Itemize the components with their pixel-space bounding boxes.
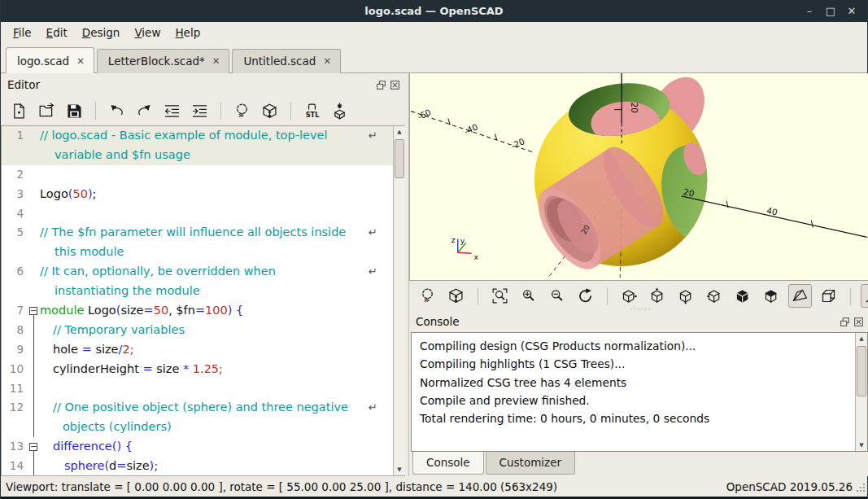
- code-row[interactable]: 8// Temporary variables: [2, 321, 393, 340]
- float-panel-icon[interactable]: [376, 80, 386, 90]
- line-number: [2, 146, 28, 165]
- toolbar-separator: [607, 287, 608, 305]
- open-button[interactable]: [35, 99, 59, 123]
- save-button[interactable]: [63, 99, 86, 123]
- scroll-up-icon[interactable]: ▲: [856, 333, 867, 344]
- perspective-button[interactable]: [788, 284, 812, 308]
- view-left-button[interactable]: [703, 284, 726, 308]
- line-number: 7: [2, 301, 28, 321]
- fold-margin[interactable]: −: [28, 301, 40, 321]
- 3d-viewport[interactable]: -60 -40 -20: [409, 73, 868, 281]
- version-text: OpenSCAD 2019.05.26: [726, 480, 864, 493]
- scroll-up-icon[interactable]: ▲: [394, 126, 405, 138]
- view-bottom-button[interactable]: [674, 284, 698, 308]
- line-number: 1: [2, 126, 28, 146]
- close-button[interactable]: ✕: [843, 5, 861, 17]
- float-panel-icon[interactable]: [840, 317, 850, 327]
- menu-view[interactable]: View: [127, 24, 168, 42]
- code-row[interactable]: this module: [2, 243, 393, 262]
- tab-letterblock-scad-[interactable]: LetterBlock.scad*✕: [97, 49, 230, 73]
- menu-edit[interactable]: Edit: [39, 24, 75, 42]
- close-panel-icon[interactable]: [390, 80, 400, 90]
- view-front-button[interactable]: [731, 284, 755, 308]
- code-row[interactable]: 13−difference() {: [2, 437, 393, 457]
- code-text: [40, 204, 393, 224]
- zoom-all-button[interactable]: [488, 284, 512, 308]
- undo-icon: [108, 103, 125, 120]
- code-row[interactable]: variable and $fn usage: [2, 146, 393, 165]
- window-controls: – □ ✕: [800, 5, 867, 17]
- tab-close-icon[interactable]: ✕: [323, 55, 331, 67]
- zoom-out-button[interactable]: [545, 284, 569, 308]
- line-wrap-icon: ↵: [369, 126, 377, 146]
- tab-untitled-scad[interactable]: Untitled.scad✕: [232, 49, 341, 73]
- code-row[interactable]: 6// It can, optionally, be overridden wh…: [2, 262, 393, 282]
- line-number: 5: [2, 223, 28, 243]
- orthogonal-icon: [820, 287, 837, 304]
- tab-logo-scad[interactable]: logo.scad✕: [6, 47, 94, 73]
- tab-label: LetterBlock.scad*: [108, 55, 205, 68]
- tab-label: Untitled.scad: [243, 55, 316, 68]
- code-row[interactable]: 5// The $fn parameter will influence all…: [2, 223, 393, 243]
- fold-margin: [28, 262, 40, 282]
- preview-button[interactable]: »: [230, 99, 254, 123]
- redo-button[interactable]: [133, 99, 156, 123]
- scroll-down-icon[interactable]: ▼: [394, 464, 405, 475]
- code-row[interactable]: 4: [2, 204, 393, 224]
- new-file-button[interactable]: [7, 99, 31, 123]
- menu-help[interactable]: Help: [168, 24, 207, 42]
- code-row[interactable]: objects (cylinders): [2, 418, 393, 437]
- editor-scrollbar[interactable]: ▲ ▼: [393, 126, 405, 475]
- bottom-tab-console[interactable]: Console: [412, 452, 484, 475]
- console-scrollbar[interactable]: ▲ ▼: [855, 333, 867, 451]
- minimize-button[interactable]: –: [800, 5, 818, 17]
- print-button[interactable]: [328, 99, 351, 123]
- editor-scrollbar-thumb[interactable]: [395, 139, 404, 178]
- view-front-icon: [735, 287, 752, 304]
- fold-marker-icon[interactable]: −: [29, 443, 37, 451]
- code-row[interactable]: instantiating the module: [2, 282, 393, 301]
- view-back-button[interactable]: [760, 284, 783, 308]
- code-row[interactable]: 11: [2, 379, 393, 399]
- render-button[interactable]: [444, 284, 468, 308]
- export-stl-button[interactable]: STL: [300, 99, 324, 123]
- code-row[interactable]: 3Logo(50);: [2, 185, 393, 204]
- render-button[interactable]: [258, 99, 281, 123]
- code-row[interactable]: 10cylinderHeight = size * 1.25;: [2, 360, 393, 379]
- indent-button[interactable]: [188, 99, 212, 123]
- maximize-button[interactable]: □: [822, 5, 840, 17]
- fold-margin[interactable]: −: [28, 437, 40, 457]
- code-row[interactable]: 2: [2, 165, 393, 185]
- preview-button[interactable]: »: [416, 284, 439, 308]
- scroll-down-icon[interactable]: ▼: [856, 440, 867, 451]
- code-row[interactable]: 14sphere(d=size);: [2, 457, 393, 475]
- tab-close-icon[interactable]: ✕: [76, 55, 85, 67]
- zoom-in-icon: [520, 287, 537, 304]
- resize-grip[interactable]: [857, 481, 866, 494]
- tab-close-icon[interactable]: ✕: [212, 55, 220, 67]
- undo-button[interactable]: [105, 99, 129, 123]
- orthogonal-button[interactable]: [817, 284, 840, 308]
- console-line: Compiling highlights (1 CSG Trees)...: [420, 355, 847, 373]
- reset-view-icon: [577, 287, 594, 304]
- fold-marker-icon[interactable]: −: [29, 307, 37, 315]
- zoom-in-button[interactable]: [517, 284, 540, 308]
- code-editor[interactable]: 1// logo.scad - Basic example of module,…: [1, 125, 405, 476]
- close-panel-icon[interactable]: [853, 317, 864, 327]
- unindent-button[interactable]: [160, 99, 184, 123]
- menu-file[interactable]: File: [6, 24, 39, 42]
- toolbar-separator: [95, 102, 96, 120]
- reset-view-button[interactable]: [574, 284, 597, 308]
- code-row[interactable]: 7−module Logo(size=50, $fn=100) {: [2, 301, 393, 321]
- code-row[interactable]: 1// logo.scad - Basic example of module,…: [2, 126, 393, 146]
- menu-design[interactable]: Design: [75, 24, 128, 42]
- axes-button[interactable]: [861, 284, 868, 308]
- code-rows[interactable]: 1// logo.scad - Basic example of module,…: [2, 126, 393, 475]
- console-scrollbar-thumb[interactable]: [857, 346, 866, 396]
- title-bar: logo.scad — OpenSCAD – □ ✕: [1, 0, 867, 22]
- code-row[interactable]: 12// One positive object (sphere) and th…: [2, 398, 393, 418]
- code-row[interactable]: 9hole = size/2;: [2, 340, 393, 360]
- menu-bar: FileEditDesignViewHelp: [1, 22, 867, 42]
- line-number: [2, 282, 28, 301]
- bottom-tab-customizer[interactable]: Customizer: [486, 452, 575, 475]
